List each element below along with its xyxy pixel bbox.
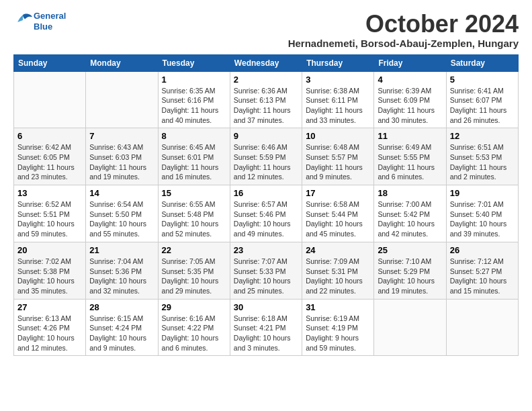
- calendar-cell: [14, 71, 86, 128]
- calendar-cell: 5Sunrise: 6:41 AMSunset: 6:07 PMDaylight…: [446, 71, 518, 128]
- weekday-header: Wednesday: [230, 54, 302, 71]
- weekday-header: Friday: [374, 54, 446, 71]
- weekday-header: Monday: [86, 54, 158, 71]
- logo-icon: [13, 13, 32, 28]
- day-number: 8: [162, 131, 226, 141]
- day-info: Sunrise: 6:35 AMSunset: 6:16 PMDaylight:…: [162, 86, 226, 126]
- day-number: 15: [162, 188, 226, 198]
- day-info: Sunrise: 7:07 AMSunset: 5:33 PMDaylight:…: [234, 257, 298, 296]
- day-number: 14: [89, 188, 154, 198]
- day-info: Sunrise: 6:54 AMSunset: 5:50 PMDaylight:…: [89, 199, 154, 239]
- logo: General Blue: [13, 11, 66, 32]
- calendar-cell: 13Sunrise: 6:52 AMSunset: 5:51 PMDayligh…: [14, 185, 86, 242]
- calendar-cell: 28Sunrise: 6:15 AMSunset: 4:24 PMDayligh…: [86, 299, 158, 356]
- calendar-week-row: 27Sunrise: 6:13 AMSunset: 4:26 PMDayligh…: [14, 299, 519, 356]
- day-info: Sunrise: 6:18 AMSunset: 4:21 PMDaylight:…: [234, 314, 298, 353]
- day-number: 9: [234, 131, 298, 141]
- day-info: Sunrise: 6:41 AMSunset: 6:07 PMDaylight:…: [450, 86, 515, 126]
- day-number: 29: [162, 302, 226, 312]
- day-number: 18: [378, 188, 442, 198]
- calendar-cell: 23Sunrise: 7:07 AMSunset: 5:33 PMDayligh…: [230, 242, 302, 299]
- calendar-cell: 14Sunrise: 6:54 AMSunset: 5:50 PMDayligh…: [86, 185, 158, 242]
- month-title: October 2024: [288, 11, 519, 38]
- day-info: Sunrise: 6:49 AMSunset: 5:55 PMDaylight:…: [378, 142, 442, 182]
- day-info: Sunrise: 6:13 AMSunset: 4:26 PMDaylight:…: [17, 314, 82, 353]
- day-number: 17: [306, 188, 370, 198]
- day-info: Sunrise: 7:01 AMSunset: 5:40 PMDaylight:…: [450, 199, 515, 239]
- calendar-cell: 1Sunrise: 6:35 AMSunset: 6:16 PMDaylight…: [158, 71, 230, 128]
- day-info: Sunrise: 6:55 AMSunset: 5:48 PMDaylight:…: [162, 199, 226, 239]
- day-number: 16: [234, 188, 298, 198]
- calendar-cell: 9Sunrise: 6:46 AMSunset: 5:59 PMDaylight…: [230, 128, 302, 185]
- day-number: 4: [378, 75, 442, 85]
- day-number: 11: [378, 131, 442, 141]
- logo-line2: Blue: [34, 21, 52, 32]
- day-info: Sunrise: 7:05 AMSunset: 5:35 PMDaylight:…: [162, 257, 226, 296]
- day-info: Sunrise: 7:02 AMSunset: 5:38 PMDaylight:…: [17, 257, 82, 296]
- day-info: Sunrise: 6:38 AMSunset: 6:11 PMDaylight:…: [306, 86, 370, 126]
- location-title: Hernadnemeti, Borsod-Abauj-Zemplen, Hung…: [288, 38, 519, 49]
- calendar-cell: 15Sunrise: 6:55 AMSunset: 5:48 PMDayligh…: [158, 185, 230, 242]
- calendar-cell: 24Sunrise: 7:09 AMSunset: 5:31 PMDayligh…: [302, 242, 374, 299]
- calendar-cell: 29Sunrise: 6:16 AMSunset: 4:22 PMDayligh…: [158, 299, 230, 356]
- calendar-cell: 8Sunrise: 6:45 AMSunset: 6:01 PMDaylight…: [158, 128, 230, 185]
- day-info: Sunrise: 6:57 AMSunset: 5:46 PMDaylight:…: [234, 199, 298, 239]
- calendar-cell: 17Sunrise: 6:58 AMSunset: 5:44 PMDayligh…: [302, 185, 374, 242]
- day-info: Sunrise: 7:04 AMSunset: 5:36 PMDaylight:…: [89, 257, 154, 296]
- day-number: 26: [450, 245, 515, 255]
- day-number: 22: [162, 245, 226, 255]
- calendar-week-row: 20Sunrise: 7:02 AMSunset: 5:38 PMDayligh…: [14, 242, 519, 299]
- day-number: 2: [234, 75, 298, 85]
- day-number: 30: [234, 302, 298, 312]
- day-info: Sunrise: 7:10 AMSunset: 5:29 PMDaylight:…: [378, 257, 442, 296]
- day-number: 24: [306, 245, 370, 255]
- day-number: 6: [17, 131, 82, 141]
- calendar-cell: 22Sunrise: 7:05 AMSunset: 5:35 PMDayligh…: [158, 242, 230, 299]
- day-number: 25: [378, 245, 442, 255]
- day-info: Sunrise: 6:46 AMSunset: 5:59 PMDaylight:…: [234, 142, 298, 182]
- day-info: Sunrise: 7:00 AMSunset: 5:42 PMDaylight:…: [378, 199, 442, 239]
- calendar-cell: 26Sunrise: 7:12 AMSunset: 5:27 PMDayligh…: [446, 242, 518, 299]
- day-info: Sunrise: 6:51 AMSunset: 5:53 PMDaylight:…: [450, 142, 515, 182]
- calendar-cell: [446, 299, 518, 356]
- day-number: 21: [89, 245, 154, 255]
- calendar-cell: 10Sunrise: 6:48 AMSunset: 5:57 PMDayligh…: [302, 128, 374, 185]
- weekday-header: Thursday: [302, 54, 374, 71]
- day-number: 19: [450, 188, 515, 198]
- day-number: 12: [450, 131, 515, 141]
- calendar-cell: 16Sunrise: 6:57 AMSunset: 5:46 PMDayligh…: [230, 185, 302, 242]
- day-info: Sunrise: 6:52 AMSunset: 5:51 PMDaylight:…: [17, 199, 82, 239]
- calendar-cell: 18Sunrise: 7:00 AMSunset: 5:42 PMDayligh…: [374, 185, 446, 242]
- calendar-cell: [86, 71, 158, 128]
- day-info: Sunrise: 6:48 AMSunset: 5:57 PMDaylight:…: [306, 142, 370, 182]
- day-info: Sunrise: 6:43 AMSunset: 6:03 PMDaylight:…: [89, 142, 154, 182]
- weekday-header: Tuesday: [158, 54, 230, 71]
- calendar-cell: 11Sunrise: 6:49 AMSunset: 5:55 PMDayligh…: [374, 128, 446, 185]
- day-info: Sunrise: 6:58 AMSunset: 5:44 PMDaylight:…: [306, 199, 370, 239]
- day-info: Sunrise: 6:16 AMSunset: 4:22 PMDaylight:…: [162, 314, 226, 353]
- day-info: Sunrise: 7:12 AMSunset: 5:27 PMDaylight:…: [450, 257, 515, 296]
- weekday-header: Sunday: [14, 54, 86, 71]
- day-info: Sunrise: 6:42 AMSunset: 6:05 PMDaylight:…: [17, 142, 82, 182]
- day-number: 31: [306, 302, 370, 312]
- day-info: Sunrise: 6:15 AMSunset: 4:24 PMDaylight:…: [89, 314, 154, 353]
- day-number: 20: [17, 245, 82, 255]
- calendar-cell: 25Sunrise: 7:10 AMSunset: 5:29 PMDayligh…: [374, 242, 446, 299]
- logo-line1: General: [34, 11, 66, 21]
- day-number: 23: [234, 245, 298, 255]
- calendar-cell: 31Sunrise: 6:19 AMSunset: 4:19 PMDayligh…: [302, 299, 374, 356]
- weekday-header-row: SundayMondayTuesdayWednesdayThursdayFrid…: [14, 54, 519, 71]
- calendar-week-row: 1Sunrise: 6:35 AMSunset: 6:16 PMDaylight…: [14, 71, 519, 128]
- calendar-cell: 30Sunrise: 6:18 AMSunset: 4:21 PMDayligh…: [230, 299, 302, 356]
- day-number: 3: [306, 75, 370, 85]
- day-number: 27: [17, 302, 82, 312]
- day-number: 5: [450, 75, 515, 85]
- page-header: General Blue October 2024 Hernadnemeti, …: [13, 11, 519, 49]
- calendar-week-row: 13Sunrise: 6:52 AMSunset: 5:51 PMDayligh…: [14, 185, 519, 242]
- calendar-week-row: 6Sunrise: 6:42 AMSunset: 6:05 PMDaylight…: [14, 128, 519, 185]
- calendar-table: SundayMondayTuesdayWednesdayThursdayFrid…: [13, 54, 519, 357]
- weekday-header: Saturday: [446, 54, 518, 71]
- calendar-cell: 7Sunrise: 6:43 AMSunset: 6:03 PMDaylight…: [86, 128, 158, 185]
- calendar-cell: 3Sunrise: 6:38 AMSunset: 6:11 PMDaylight…: [302, 71, 374, 128]
- day-number: 28: [89, 302, 154, 312]
